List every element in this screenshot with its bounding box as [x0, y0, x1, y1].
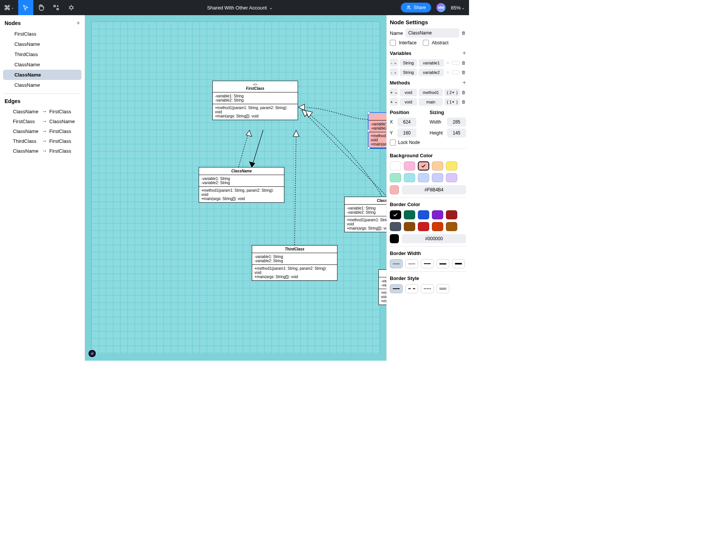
- border-style-solid[interactable]: [390, 284, 403, 293]
- height-input[interactable]: [447, 128, 466, 138]
- debug-tool-button[interactable]: [64, 0, 79, 15]
- delete-variable-button[interactable]: [461, 70, 466, 75]
- method-name-input[interactable]: main: [419, 98, 443, 106]
- color-swatch[interactable]: [446, 210, 457, 219]
- resize-handle[interactable]: [367, 147, 370, 150]
- x-input[interactable]: [397, 117, 416, 127]
- border-width-4[interactable]: [436, 259, 449, 268]
- interface-checkbox[interactable]: [390, 40, 396, 46]
- abstract-checkbox[interactable]: [423, 40, 429, 46]
- node-list-item[interactable]: ClassName: [3, 39, 82, 49]
- pointer-tool-button[interactable]: [18, 0, 33, 15]
- default-value-input[interactable]: [452, 70, 460, 74]
- top-toolbar: ⌄ Shared With Other Account ⌄ Share MM 8…: [0, 0, 469, 15]
- color-swatch[interactable]: [404, 210, 415, 219]
- add-variable-button[interactable]: +: [463, 50, 466, 56]
- color-swatch[interactable]: [432, 173, 443, 182]
- return-type-input[interactable]: void: [400, 89, 417, 96]
- color-swatch[interactable]: [390, 173, 401, 182]
- border-width-3[interactable]: [421, 259, 434, 268]
- border-width-2[interactable]: [405, 259, 418, 268]
- method-name-input[interactable]: method1: [419, 89, 443, 96]
- default-value-input[interactable]: [452, 61, 460, 65]
- border-style-dashed[interactable]: [405, 284, 418, 293]
- chevron-down-icon[interactable]: ⌄: [269, 5, 273, 10]
- color-swatch[interactable]: [446, 173, 457, 182]
- var-name-input[interactable]: variable2: [419, 69, 444, 76]
- width-input[interactable]: [447, 117, 466, 127]
- node-list-item[interactable]: FirstClass: [3, 29, 82, 39]
- edge-list-item[interactable]: ClassName→FirstClass: [2, 146, 83, 156]
- type-input[interactable]: String: [400, 69, 417, 76]
- return-type-input[interactable]: void: [400, 98, 417, 106]
- resize-handle[interactable]: [367, 129, 370, 132]
- edge-list-item[interactable]: ClassName→FirstClass: [2, 106, 83, 116]
- color-swatch[interactable]: [390, 210, 401, 219]
- node-list-item[interactable]: ClassName: [3, 80, 82, 90]
- uml-node[interactable]: ThirdClass-variable1: String-variable2: …: [252, 245, 337, 281]
- color-swatch[interactable]: [390, 161, 401, 171]
- color-swatch[interactable]: [432, 161, 443, 171]
- user-avatar[interactable]: MM: [436, 3, 446, 12]
- color-swatch[interactable]: [446, 222, 457, 231]
- share-button[interactable]: Share: [401, 3, 431, 13]
- add-node-tool-button[interactable]: [49, 0, 64, 15]
- canvas[interactable]: <>FirstClass-variable1: String-variable2…: [85, 15, 386, 361]
- params-count[interactable]: ( 1▾ ): [444, 98, 460, 106]
- lock-label: Lock Node: [398, 140, 420, 145]
- delete-node-button[interactable]: [461, 30, 466, 36]
- color-swatch[interactable]: [418, 210, 429, 219]
- color-swatch[interactable]: [418, 222, 429, 231]
- border-color-preview: [390, 234, 399, 243]
- border-width-5[interactable]: [452, 259, 465, 268]
- node-list-item[interactable]: ClassName: [3, 59, 82, 70]
- visibility-select[interactable]: +: [390, 88, 398, 96]
- edge-list-item[interactable]: ThirdClass→FirstClass: [2, 136, 83, 146]
- color-swatch[interactable]: [404, 161, 415, 171]
- type-input[interactable]: String: [400, 59, 417, 67]
- color-swatch[interactable]: [390, 222, 401, 231]
- pan-tool-button[interactable]: [33, 0, 49, 15]
- delete-variable-button[interactable]: [461, 60, 466, 66]
- delete-method-button[interactable]: [461, 90, 466, 95]
- y-input[interactable]: [397, 128, 416, 138]
- bg-color-hex[interactable]: #F8B4B4: [402, 185, 466, 194]
- uml-node[interactable]: <>FirstClass-variable1: String-variable2…: [212, 81, 298, 120]
- xl-badge[interactable]: xl: [88, 349, 96, 358]
- border-color-hex[interactable]: #000000: [402, 234, 466, 243]
- color-swatch[interactable]: [418, 161, 429, 171]
- node-list-item[interactable]: ClassName: [3, 70, 82, 80]
- lock-node-checkbox[interactable]: [390, 139, 396, 145]
- add-node-button[interactable]: +: [77, 20, 80, 27]
- color-swatch[interactable]: [432, 210, 443, 219]
- document-title[interactable]: Shared With Other Account: [207, 5, 267, 11]
- visibility-select[interactable]: +: [390, 98, 398, 106]
- color-swatch[interactable]: [432, 222, 443, 231]
- color-swatch[interactable]: [404, 173, 415, 182]
- edge-list-item[interactable]: FirstClass→ClassName: [2, 116, 83, 126]
- border-style-double[interactable]: [436, 284, 449, 293]
- visibility-select[interactable]: -: [390, 68, 398, 76]
- command-menu-button[interactable]: ⌄: [0, 0, 18, 15]
- node-list-item[interactable]: ThirdClass: [3, 49, 82, 59]
- uml-node[interactable]: ClassName-variable1: String-variable2: S…: [199, 167, 284, 203]
- edge-list-item[interactable]: ClassName→FirstClass: [2, 126, 83, 136]
- color-swatch[interactable]: [404, 222, 415, 231]
- delete-method-button[interactable]: [461, 99, 466, 105]
- name-input[interactable]: [405, 28, 459, 38]
- resize-handle[interactable]: [367, 111, 370, 114]
- inspector-title: Node Settings: [390, 18, 466, 28]
- color-swatch[interactable]: [418, 173, 429, 182]
- color-swatch[interactable]: [446, 161, 457, 171]
- border-style-dotted[interactable]: [421, 284, 434, 293]
- zoom-level[interactable]: 85%⌄: [451, 5, 464, 11]
- params-count[interactable]: ( 2▾ ): [444, 89, 460, 96]
- visibility-select[interactable]: -: [390, 59, 398, 67]
- add-method-button[interactable]: +: [463, 79, 466, 86]
- uml-node[interactable]: ClassName-variable1: String-variable2: S…: [368, 112, 386, 149]
- uml-node[interactable]: ClassName-variable1: String-variable2: S…: [378, 269, 386, 305]
- name-label: Name: [390, 30, 403, 36]
- border-width-1[interactable]: [390, 259, 403, 268]
- var-name-input[interactable]: variable1: [419, 59, 444, 67]
- uml-node[interactable]: ClassName-variable1: String-variable2: S…: [344, 197, 386, 232]
